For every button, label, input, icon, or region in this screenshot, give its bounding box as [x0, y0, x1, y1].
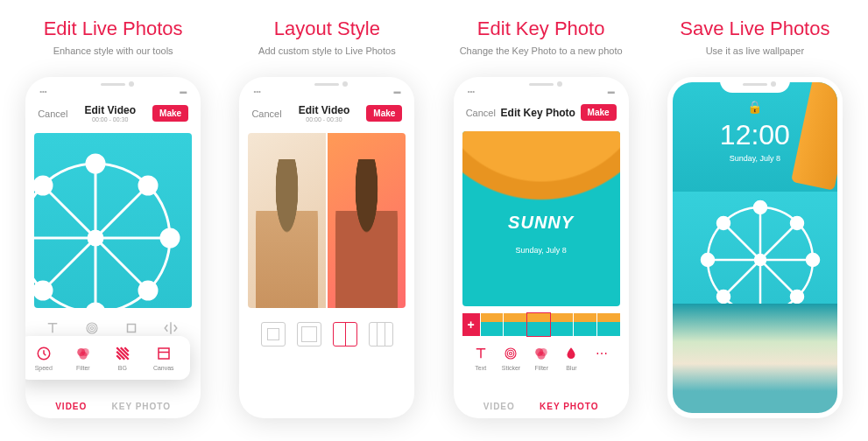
svg-point-17 [79, 352, 87, 360]
fingerprint-icon [502, 345, 519, 362]
text-icon [472, 345, 490, 362]
phone-mock-3: •••▬ Cancel Edit Key Photo Make SUNNY Su… [454, 77, 629, 418]
layout-option-1[interactable] [261, 322, 286, 346]
tab-video[interactable]: VIDEO [483, 402, 515, 411]
key-tools: Text Sticker Filter Blur ⋯ [462, 345, 620, 371]
svg-point-7 [87, 304, 104, 308]
tool-label: Filter [535, 365, 549, 371]
tool-label: Blur [566, 365, 576, 371]
speed-tool[interactable]: Speed [35, 345, 53, 371]
layout-option-3-selected[interactable] [333, 322, 357, 346]
tab-key-photo[interactable]: KEY PHOTO [540, 402, 599, 411]
feature-card-4: Save Live Photos Use it as live wallpape… [653, 18, 857, 424]
add-frame-button[interactable]: + [462, 313, 480, 336]
bg-tool[interactable]: BG [114, 345, 131, 371]
svg-point-11 [139, 282, 157, 299]
card-title: Edit Key Photo [477, 18, 605, 40]
layout-preview[interactable] [248, 133, 406, 308]
svg-point-6 [87, 155, 104, 172]
blur-tool[interactable]: Blur [562, 345, 580, 371]
frame-thumb[interactable] [481, 313, 504, 336]
nav-bar: Cancel Edit Key Photo Make [462, 99, 620, 126]
feature-card-1: Edit Live Photos Enhance style with our … [11, 18, 215, 424]
nav-time-range: 00:00 - 00:30 [85, 116, 136, 122]
card-title: Layout Style [274, 18, 380, 40]
layout-options [248, 322, 406, 346]
layout-option-4[interactable] [369, 322, 393, 346]
svg-point-29 [538, 352, 546, 360]
battery-icon: ▬ [608, 88, 615, 95]
svg-point-40 [717, 217, 730, 229]
frame-thumb-selected[interactable] [527, 313, 550, 336]
speed-icon [35, 345, 53, 362]
nav-bar: Cancel Edit Video 00:00 - 00:30 Make [248, 99, 406, 128]
more-tool[interactable]: ⋯ [593, 345, 610, 371]
tool-label: Speed [35, 365, 53, 371]
card-subtitle: Change the Key Photo to a new photo [460, 46, 623, 56]
video-preview[interactable] [34, 133, 192, 308]
sticker-tool[interactable]: Sticker [502, 345, 520, 371]
phone-notch [506, 77, 576, 93]
tab-video[interactable]: VIDEO [55, 402, 87, 411]
tab-key-photo[interactable]: KEY PHOTO [111, 402, 171, 411]
text-tool[interactable]: Text [472, 345, 490, 371]
nav-title-wrap: Edit Video 00:00 - 00:30 [299, 104, 349, 122]
bg-icon [114, 345, 131, 362]
svg-point-12 [139, 177, 157, 194]
more-icon: ⋯ [593, 345, 610, 362]
frame-thumb[interactable] [551, 313, 574, 336]
frame-thumb[interactable] [597, 313, 620, 336]
phone-mock-1: •••▬ Cancel Edit Video 00:00 - 00:30 Mak… [25, 77, 201, 418]
svg-point-13 [34, 282, 52, 299]
make-button[interactable]: Make [366, 105, 402, 122]
lock-date: Sunday, July 8 [730, 154, 780, 163]
svg-point-9 [161, 229, 179, 247]
layout-option-2[interactable] [297, 322, 321, 346]
signal-icon: ••• [253, 88, 260, 95]
frame-thumb[interactable] [574, 313, 596, 336]
filter-tool[interactable]: Filter [533, 345, 550, 371]
phone-notch [720, 77, 790, 93]
nav-title: Edit Video [85, 104, 136, 116]
cancel-button[interactable]: Cancel [466, 108, 496, 118]
sunny-image: SUNNY Sunday, July 8 [462, 131, 620, 306]
svg-point-26 [510, 353, 512, 355]
phone-mock-2: •••▬ Cancel Edit Video 00:00 - 00:30 Mak… [239, 77, 414, 418]
bottom-tabs: VIDEO KEY PHOTO [25, 402, 201, 411]
tool-label: Filter [76, 365, 90, 371]
battery-icon: ▬ [180, 88, 187, 95]
tool-label: Sticker [502, 365, 520, 371]
cancel-button[interactable]: Cancel [38, 108, 67, 119]
lock-screen-wallpaper: 🔒 12:00 Sunday, July 8 [673, 82, 837, 413]
lock-time: 12:00 [720, 119, 790, 151]
filter-icon [533, 345, 550, 362]
svg-point-43 [717, 290, 730, 303]
svg-point-41 [791, 290, 803, 303]
svg-point-21 [88, 325, 95, 332]
svg-point-22 [90, 327, 93, 330]
tool-label: Canvas [153, 365, 174, 371]
svg-point-36 [754, 201, 766, 214]
tool-label: Text [475, 365, 486, 371]
card-subtitle: Add custom style to Live Photos [258, 46, 396, 56]
key-photo-preview[interactable]: SUNNY Sunday, July 8 [462, 131, 620, 306]
svg-rect-23 [127, 325, 135, 332]
phone-mock-4: 🔒 12:00 Sunday, July 8 [667, 77, 843, 418]
svg-rect-18 [159, 348, 169, 359]
svg-point-10 [34, 177, 52, 194]
feature-card-2: Layout Style Add custom style to Live Ph… [224, 18, 429, 424]
phone-notch [78, 77, 148, 93]
nav-title-wrap: Edit Key Photo [501, 107, 575, 119]
nav-time-range: 00:00 - 00:30 [299, 116, 349, 122]
droplet-icon [562, 345, 580, 362]
make-button[interactable]: Make [152, 105, 188, 122]
cancel-button[interactable]: Cancel [251, 108, 281, 119]
nav-title: Edit Key Photo [501, 107, 575, 119]
nav-title: Edit Video [299, 104, 349, 116]
tool-label: BG [118, 365, 127, 371]
make-button[interactable]: Make [581, 104, 617, 121]
filter-tool[interactable]: Filter [74, 345, 92, 371]
card-subtitle: Enhance style with our tools [53, 46, 173, 56]
canvas-tool[interactable]: Canvas [153, 345, 174, 371]
frame-thumb[interactable] [504, 313, 526, 336]
